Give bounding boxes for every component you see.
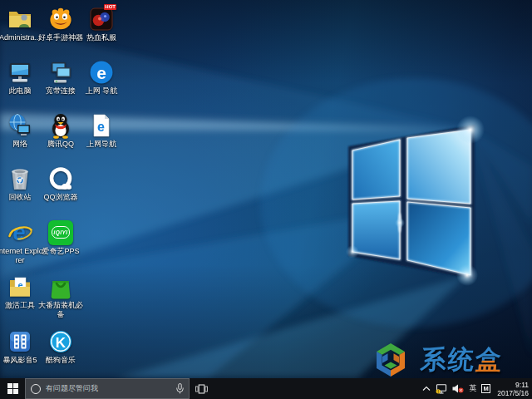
desktop-icon-label: 大番茄装机必备 [37,301,84,319]
activation-tool-icon: e [6,273,34,300]
task-view-button[interactable] [190,378,213,399]
desktop-icon-web-nav-circle[interactable]: e 上网 导航 [78,58,125,96]
taskbar: 有问题尽管问我 [0,378,532,399]
network-icon [6,111,34,139]
desktop-icon-label: Administra... [0,33,41,42]
search-placeholder-text: 有问题尽管问我 [46,383,171,394]
windows-10-desktop: Administra... 好卓手游神器 HOT 热血私服 [0,0,532,399]
desktop-icon-label: 激活工具 [5,301,35,310]
ime-mode-icon[interactable]: M [481,384,490,393]
this-pc-icon [6,58,34,86]
rexue-app-icon: HOT [87,5,116,32]
desktop-icon-kugou-music[interactable]: K 酷狗音乐 [37,328,84,365]
qq-browser-icon [47,165,75,192]
start-button[interactable] [0,378,25,399]
baofeng-filmstrip-icon [6,328,34,355]
desktop-icon-tomato-installer[interactable]: 大番茄装机必备 [37,273,84,319]
cortana-icon [31,384,41,394]
desktop-icon-label: 暴风影音5 [2,356,37,365]
page-with-e-icon: e [87,111,116,139]
desktop-icon-broadband-connection[interactable]: 宽带连接 [37,58,84,96]
monster-icon [47,5,75,32]
qq-penguin-icon [47,111,75,139]
recycle-bin-icon [6,165,34,192]
kugou-icon: K [47,328,75,355]
desktop-icon-label: 腾讯QQ [47,140,74,149]
hot-badge: HOT [104,4,116,10]
desktop-icon-label: 宽带连接 [46,86,76,96]
desktop-icon-label: 回收站 [9,193,32,202]
desktop-icon-label: 好卓手游神器 [38,33,83,42]
administrator-folder-icon [6,5,34,32]
system-tray: 英 M 9:11 2017/5/16 [422,378,532,399]
letter-e: e [12,220,25,245]
desktop-icon-rexue-private-server[interactable]: HOT 热血私服 [78,5,125,42]
letter-k: K [56,334,66,350]
desktop-icon-qq-browser[interactable]: QQ浏览器 [37,165,84,202]
iqiyi-logo-text: iQIYI [52,226,71,239]
desktop-icon-label: 网络 [12,140,27,149]
volume-muted-icon[interactable] [452,384,464,393]
clock-date: 2017/5/16 [497,389,529,397]
windows-logo-icon [7,383,18,394]
letter-e: e [96,63,106,82]
blue-e-circle-icon: e [87,58,116,86]
iqiyi-icon: iQIYI [47,219,75,246]
desktop-icon-label: 热血私服 [86,33,116,42]
shopping-bag-icon [47,273,75,300]
ime-language-indicator[interactable]: 英 [469,383,476,394]
microphone-icon[interactable] [176,383,184,394]
desktop-icon-haozhuo-game-helper[interactable]: 好卓手游神器 [37,5,84,42]
network-status-icon[interactable] [436,384,447,394]
desktop-icon-tencent-qq[interactable]: 腾讯QQ [37,111,84,149]
letter-e: e [97,120,105,134]
clock-time: 9:11 [497,381,529,389]
broadband-icon [47,58,75,86]
internet-explorer-icon: e [6,219,34,246]
task-view-icon [195,384,208,394]
desktop-icon-label: QQ浏览器 [43,193,77,202]
desktop-icon-label: 酷狗音乐 [46,356,76,365]
cortana-search-box[interactable]: 有问题尽管问我 [25,378,190,399]
desktop-icon-label: 爱奇艺PPS [42,247,79,256]
desktop-icon-iqiyi-pps[interactable]: iQIYI 爱奇艺PPS [37,219,84,256]
desktop-icon-label: 上网导航 [86,140,116,149]
desktop-icon-label: 上网 导航 [86,86,118,96]
windows-logo-panes [352,130,470,275]
desktop-icon-web-nav-page[interactable]: e 上网导航 [78,111,125,149]
desktop-icon-label: 此电脑 [9,86,32,96]
tray-show-hidden-icons-chevron[interactable] [422,386,431,392]
taskbar-clock[interactable]: 9:11 2017/5/16 [495,381,529,397]
